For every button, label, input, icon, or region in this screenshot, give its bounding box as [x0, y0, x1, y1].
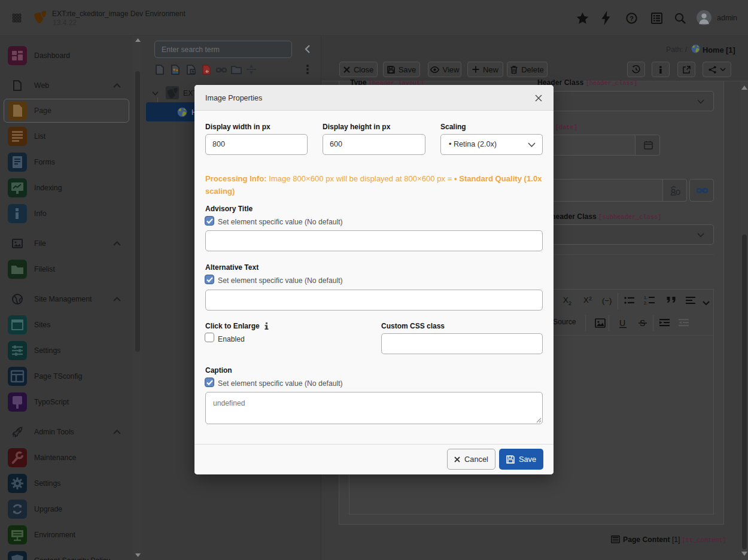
svg-text:2.: 2. — [644, 301, 647, 305]
svg-text:2: 2 — [589, 296, 592, 302]
svg-text:X: X — [563, 296, 568, 305]
svg-text:X: X — [583, 296, 589, 305]
svg-text:U: U — [619, 318, 625, 328]
svg-text:2: 2 — [568, 300, 571, 306]
svg-text:?: ? — [630, 15, 634, 22]
svg-text:(−): (−) — [602, 296, 612, 305]
svg-text:1.: 1. — [644, 296, 647, 300]
